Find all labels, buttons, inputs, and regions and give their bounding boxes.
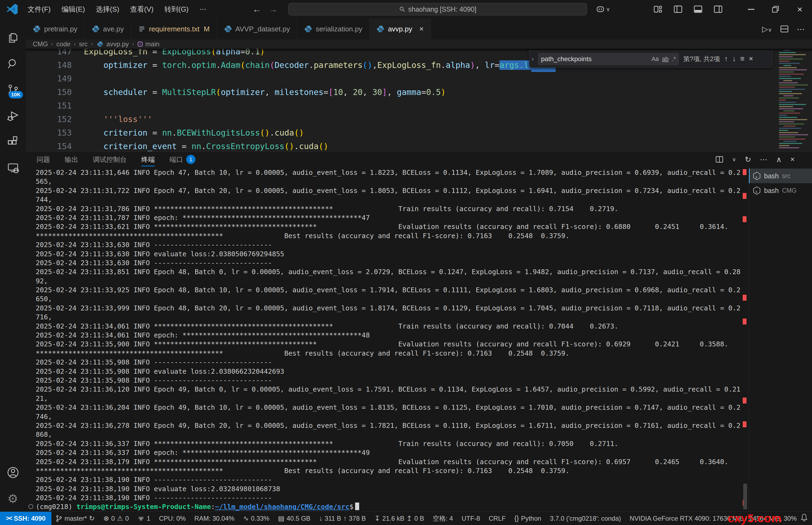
code-line[interactable]: 151: [26, 99, 774, 112]
breadcrumb-separator: ›: [91, 41, 93, 48]
terminal-dropdown-icon[interactable]: ∨: [732, 156, 736, 163]
ram-item[interactable]: RAM: 30.04%: [190, 512, 239, 525]
next-match-icon[interactable]: ↓: [733, 55, 736, 63]
split-editor-icon[interactable]: [780, 25, 789, 33]
minimize-button[interactable]: [739, 0, 763, 18]
settings-gear-icon[interactable]: ⚙: [0, 485, 26, 511]
terminal-session-src[interactable]: $_bashsrc: [749, 169, 812, 183]
code-line[interactable]: 152 '''loss''': [26, 112, 774, 126]
menu-item[interactable]: 编辑(E): [56, 2, 90, 16]
account-icon[interactable]: [0, 460, 26, 485]
terminal-prompt[interactable]: (cmg0218) trimps@trimps-System-Product-N…: [36, 502, 743, 511]
menu-item[interactable]: 文件(F): [22, 2, 56, 16]
relaunch-icon[interactable]: ↻: [745, 155, 751, 164]
breadcrumb-separator: ›: [51, 41, 53, 48]
close-panel-icon[interactable]: ×: [790, 155, 795, 164]
chevron-down-icon: ∨: [606, 6, 610, 13]
code-editor[interactable]: 147ExpLogLoss_fn = ExpLogLoss(alpha=0.1)…: [26, 49, 812, 152]
panel-tab-输出[interactable]: 输出: [65, 152, 78, 167]
regex-icon[interactable]: .*: [672, 56, 676, 62]
panel-tab-问题[interactable]: 问题: [36, 152, 50, 167]
restore-button[interactable]: [763, 0, 788, 18]
tab-serialization.py[interactable]: serialization.py: [297, 18, 370, 40]
toggle-panel-icon[interactable]: [693, 5, 703, 13]
git-branch-item[interactable]: master* ↻: [51, 512, 99, 525]
close-tab-icon[interactable]: ×: [419, 25, 424, 33]
breadcrumb-item-avvp.py[interactable]: avvp.py: [96, 40, 129, 48]
language-item[interactable]: {} Python: [510, 512, 545, 525]
breadcrumb-item-code[interactable]: code: [56, 40, 70, 48]
terminal-line: 2025-02-24 23:11:31,722 INFO Epoch 47, B…: [36, 186, 743, 195]
tab-AVVP_dataset.py[interactable]: AVVP_dataset.py: [217, 18, 298, 40]
code-line[interactable]: 150 scheduler = MultiStepLR(optimizer, m…: [26, 86, 774, 99]
explorer-icon[interactable]: [0, 25, 26, 51]
terminal-session-CMG[interactable]: $_bashCMG: [749, 183, 812, 198]
breadcrumb-item-src[interactable]: src: [79, 40, 88, 48]
code-line[interactable]: 154 criterion_event = nn.CrossEntropyLos…: [26, 140, 774, 152]
cpu-item[interactable]: CPU: 0%: [154, 512, 190, 525]
code-line[interactable]: 149: [26, 72, 774, 86]
back-button[interactable]: ←: [253, 4, 261, 14]
panel-tab-调试控制台[interactable]: 调试控制台: [93, 152, 127, 167]
transfer-item[interactable]: ↧21.6 kB ↥0 B: [370, 512, 428, 525]
python-interpreter-item[interactable]: 3.7.0 ('cmg0218': conda): [546, 512, 626, 525]
extensions-icon[interactable]: [0, 129, 26, 155]
customize-layout-icon[interactable]: [653, 5, 663, 13]
maximize-panel-icon[interactable]: ∧: [776, 155, 782, 164]
code-line[interactable]: 153 criterion = nn.BCEWithLogitsLoss().c…: [26, 126, 774, 140]
toggle-sidebar-icon[interactable]: [673, 5, 682, 13]
panel-tab-端口[interactable]: 端口1: [169, 152, 195, 167]
split-terminal-icon[interactable]: [716, 155, 723, 163]
terminal-line: 716,: [36, 313, 743, 321]
encoding-item[interactable]: UTF-8: [457, 512, 484, 525]
close-find-icon[interactable]: ×: [749, 55, 753, 63]
find-input[interactable]: path_checkpoints Aa ab .*: [538, 53, 679, 65]
minimap[interactable]: [776, 49, 811, 152]
tab-pretrain.py[interactable]: pretrain.py: [26, 18, 85, 40]
ports-badge: 1: [186, 155, 195, 164]
tab-requirements.txt[interactable]: requirements.txtM: [131, 18, 217, 40]
prompt-user: trimps@trimps-System-Product-Name: [77, 503, 211, 511]
menu-item[interactable]: 查看(V): [125, 2, 159, 16]
remote-explorer-icon[interactable]: [0, 155, 26, 181]
editor-more-actions-icon[interactable]: ⋯: [797, 24, 805, 34]
error-decoration-mark: [743, 421, 747, 427]
find-in-selection-icon[interactable]: ≡: [740, 55, 745, 63]
menu-item[interactable]: 转到(G): [159, 2, 194, 16]
terminal-scrollbar[interactable]: [743, 484, 747, 509]
whole-word-icon[interactable]: ab: [662, 56, 668, 62]
expand-replace-icon[interactable]: ›: [531, 55, 534, 63]
error-decoration-mark: [743, 295, 747, 301]
indent-item[interactable]: 空格: 4: [428, 512, 457, 525]
network-io-item[interactable]: ↓311 B ↑378 B: [315, 512, 370, 525]
command-center-search[interactable]: shaohang [SSH: 4090]: [288, 3, 587, 15]
source-control-icon[interactable]: 10K: [0, 77, 26, 103]
eol-item[interactable]: CRLF: [484, 512, 510, 525]
terminal[interactable]: 2025-02-24 23:11:31,646 INFO Epoch 47, B…: [26, 168, 743, 511]
breadcrumb-item-CMG[interactable]: CMG: [33, 40, 48, 48]
notifications-bell-icon[interactable]: [800, 513, 808, 523]
search-sidebar-icon[interactable]: [0, 51, 26, 77]
previous-match-icon[interactable]: ↑: [724, 55, 728, 63]
remote-indicator[interactable]: >< SSH: 4090: [0, 512, 51, 525]
tab-ave.py[interactable]: ave.py: [85, 18, 131, 40]
match-case-icon[interactable]: Aa: [651, 56, 659, 62]
run-debug-icon[interactable]: [0, 103, 26, 129]
problems-item[interactable]: ⊗0 ⚠0: [99, 512, 133, 525]
panel-tab-终端[interactable]: 终端: [141, 152, 155, 167]
panel-more-icon[interactable]: ⋯: [760, 155, 767, 164]
gpu-item[interactable]: NVIDIA GeForce RTX 4090: 17636 MiB / 245…: [625, 512, 812, 525]
net-usage-item[interactable]: ∿0.33%: [239, 512, 274, 525]
run-python-button[interactable]: ▷∨: [762, 25, 772, 33]
terminal-line: 2025-02-24 23:11:33,630 INFO -----------…: [36, 240, 743, 249]
menu-item[interactable]: ⋯: [194, 3, 212, 16]
forward-button[interactable]: →: [269, 4, 277, 14]
breadcrumb-item-main[interactable]: main: [137, 40, 160, 48]
toggle-secondary-sidebar-icon[interactable]: [713, 5, 723, 13]
tab-avvp.py[interactable]: avvp.py×: [370, 18, 431, 40]
disk-item[interactable]: ▤40.5 GB: [274, 512, 315, 525]
menu-item[interactable]: 选择(S): [90, 2, 125, 16]
ports-item[interactable]: 1: [133, 512, 154, 525]
close-window-button[interactable]: ×: [788, 0, 812, 18]
copilot-button[interactable]: ∨: [596, 6, 610, 13]
